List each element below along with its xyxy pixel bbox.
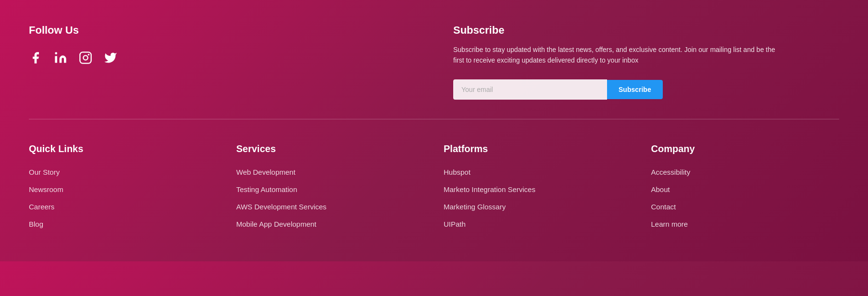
twitter-icon[interactable] (104, 51, 117, 66)
list-item: AWS Development Services (236, 203, 425, 211)
follow-us-section: Follow Us (29, 24, 415, 100)
about-link[interactable]: About (651, 185, 670, 193)
follow-us-title: Follow Us (29, 24, 415, 37)
subscribe-section: Subscribe Subscribe to stay updated with… (434, 24, 839, 100)
list-item: Careers (29, 203, 217, 211)
aws-development-link[interactable]: AWS Development Services (236, 203, 327, 211)
social-icons-container (29, 51, 415, 66)
svg-point-2 (83, 55, 87, 60)
testing-automation-link[interactable]: Testing Automation (236, 185, 298, 193)
services-column: Services Web Development Testing Automat… (236, 143, 425, 237)
quick-links-column: Quick Links Our Story Newsroom Careers B… (29, 143, 217, 237)
blog-link[interactable]: Blog (29, 220, 43, 228)
footer-top-section: Follow Us (0, 0, 868, 119)
svg-point-3 (88, 54, 90, 56)
company-heading: Company (651, 143, 840, 154)
list-item: About (651, 185, 840, 194)
accessibility-link[interactable]: Accessibility (651, 168, 691, 176)
company-list: Accessibility About Contact Learn more (651, 168, 840, 229)
list-item: Blog (29, 220, 217, 229)
facebook-icon[interactable] (29, 51, 42, 66)
email-input[interactable] (453, 79, 607, 100)
list-item: Testing Automation (236, 185, 425, 194)
linkedin-icon[interactable] (54, 51, 67, 66)
mobile-app-link[interactable]: Mobile App Development (236, 220, 317, 228)
services-list: Web Development Testing Automation AWS D… (236, 168, 425, 229)
list-item: Mobile App Development (236, 220, 425, 229)
platforms-heading: Platforms (444, 143, 632, 154)
quick-links-heading: Quick Links (29, 143, 217, 154)
list-item: Web Development (236, 168, 425, 177)
list-item: UIPath (444, 220, 632, 229)
services-heading: Services (236, 143, 425, 154)
list-item: Contact (651, 203, 840, 211)
marketing-glossary-link[interactable]: Marketing Glossary (444, 203, 506, 211)
list-item: Accessibility (651, 168, 840, 177)
subscribe-description: Subscribe to stay updated with the lates… (453, 44, 780, 66)
subscribe-form: Subscribe (453, 79, 839, 100)
web-development-link[interactable]: Web Development (236, 168, 296, 176)
subscribe-button[interactable]: Subscribe (607, 80, 663, 99)
company-column: Company Accessibility About Contact Lear… (651, 143, 840, 237)
svg-rect-1 (80, 52, 91, 63)
list-item: Newsroom (29, 185, 217, 194)
instagram-icon[interactable] (79, 51, 92, 66)
contact-link[interactable]: Contact (651, 203, 676, 211)
platforms-list: Hubspot Marketo Integration Services Mar… (444, 168, 632, 229)
our-story-link[interactable]: Our Story (29, 168, 60, 176)
marketo-link[interactable]: Marketo Integration Services (444, 185, 535, 193)
list-item: Hubspot (444, 168, 632, 177)
list-item: Marketing Glossary (444, 203, 632, 211)
svg-point-0 (55, 52, 57, 54)
list-item: Our Story (29, 168, 217, 177)
list-item: Learn more (651, 220, 840, 229)
newsroom-link[interactable]: Newsroom (29, 185, 63, 193)
platforms-column: Platforms Hubspot Marketo Integration Se… (444, 143, 632, 237)
uipath-link[interactable]: UIPath (444, 220, 466, 228)
learn-more-link[interactable]: Learn more (651, 220, 688, 228)
hubspot-link[interactable]: Hubspot (444, 168, 471, 176)
footer-bottom-section: Quick Links Our Story Newsroom Careers B… (0, 119, 868, 261)
careers-link[interactable]: Careers (29, 203, 54, 211)
subscribe-title: Subscribe (453, 24, 839, 37)
list-item: Marketo Integration Services (444, 185, 632, 194)
quick-links-list: Our Story Newsroom Careers Blog (29, 168, 217, 229)
